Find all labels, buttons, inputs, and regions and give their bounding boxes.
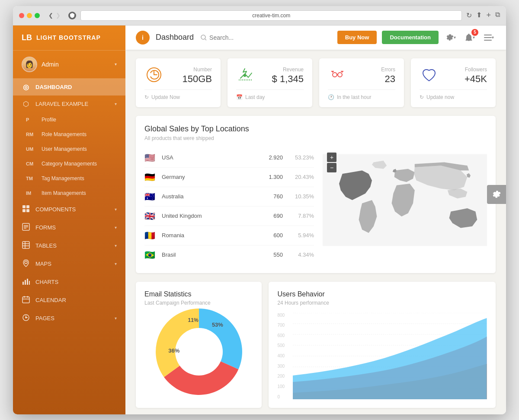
- sidebar-item-item-label: Item Managements: [42, 190, 86, 196]
- stat-card-revenue: Revenue $ 1,345 📅 Last day: [227, 58, 312, 107]
- flag-brasil: 🇧🇷: [144, 250, 157, 260]
- maximize-button[interactable]: [35, 13, 40, 18]
- table-row: 🇬🇧 United Kingdom 690 7.87%: [144, 207, 314, 226]
- sidebar-item-tag[interactable]: TM Tag Managements: [13, 171, 125, 186]
- sidebar-item-tag-label: Tag Managements: [42, 175, 84, 181]
- top-navbar: i Dashboard Buy Now Documentation ▾: [125, 25, 506, 50]
- sidebar-item-dashboard[interactable]: ◎ DASHBOARD: [13, 79, 125, 95]
- stat-card-errors: Errors 23 🕐 In the last hour: [319, 58, 404, 107]
- country-australia: Australia: [162, 193, 252, 200]
- world-map-container: + −: [323, 148, 487, 264]
- sidebar-item-user[interactable]: UM User Managements: [13, 142, 125, 156]
- svg-rect-15: [27, 279, 28, 285]
- users-behavior-title: Users Behavior: [277, 290, 487, 298]
- percent-romania: 5.94%: [288, 232, 314, 239]
- pie-chart-svg: [156, 309, 242, 395]
- table-row: 🇷🇴 Romania 600 5.94%: [144, 226, 314, 245]
- errors-label: Errors: [381, 67, 395, 73]
- minimize-button[interactable]: [27, 13, 32, 18]
- sidebar-item-components[interactable]: COMPONENTS ▾: [13, 200, 125, 219]
- windows-icon[interactable]: ⧉: [495, 11, 500, 20]
- avatar: 👩: [22, 57, 37, 72]
- tables-arrow-icon: ▾: [115, 243, 117, 248]
- components-icon: [22, 205, 30, 214]
- user-nav-icon: i: [136, 31, 150, 45]
- sales-table: 🇺🇸 USA 2.920 53.23% 🇩🇪 Germany 1.300 20.…: [144, 148, 314, 264]
- menu-dropdown-arrow: ▾: [492, 35, 494, 40]
- category-abbr: CM: [26, 161, 36, 166]
- country-germany: Germany: [162, 174, 252, 180]
- user-abbr: UM: [26, 146, 36, 152]
- global-sales-subtitle: All products that were shipped: [144, 135, 487, 141]
- percent-uk: 7.87%: [288, 213, 314, 219]
- users-behavior-card: Users Behavior 24 Hours performance 0 10…: [269, 282, 496, 408]
- forward-button[interactable]: ❯: [56, 12, 61, 19]
- buy-now-button[interactable]: Buy Now: [337, 31, 377, 44]
- search-input[interactable]: [209, 34, 287, 41]
- stat-top-followers: Followers +45K: [420, 65, 487, 86]
- maps-icon: [22, 259, 30, 269]
- zoom-in-button[interactable]: +: [327, 153, 336, 162]
- settings-nav-button[interactable]: ▾: [444, 31, 458, 45]
- pages-icon: [22, 314, 30, 323]
- percent-brasil: 4.34%: [288, 251, 314, 258]
- storage-footer: ↻ Update Now: [144, 89, 212, 100]
- notifications-button[interactable]: 5 ▾: [463, 31, 477, 45]
- errors-footer: 🕐 In the last hour: [328, 89, 395, 100]
- email-stats-title: Email Statistics: [144, 290, 253, 298]
- table-row: 🇺🇸 USA 2.920 53.23%: [144, 148, 314, 168]
- y-label-800: 800: [277, 313, 293, 318]
- sidebar-item-maps[interactable]: MAPS ▾: [13, 255, 125, 273]
- components-arrow-icon: ▾: [115, 207, 117, 212]
- new-tab-icon[interactable]: +: [486, 11, 491, 20]
- share-icon[interactable]: ⬆: [476, 11, 482, 20]
- address-bar[interactable]: creative-tim.com: [80, 10, 462, 21]
- dashboard-icon: ◎: [22, 83, 30, 91]
- sidebar-item-charts[interactable]: CHARTS: [13, 273, 125, 291]
- sidebar-item-category[interactable]: CM Category Managements: [13, 156, 125, 171]
- sidebar-logo: LB LIGHT BOOTSTRAP: [13, 25, 125, 51]
- flag-germany: 🇩🇪: [144, 172, 157, 182]
- errors-value: 23: [381, 73, 395, 85]
- sidebar-item-pages[interactable]: PAGES ▾: [13, 309, 125, 328]
- count-brasil: 550: [257, 251, 283, 258]
- sales-layout: 🇺🇸 USA 2.920 53.23% 🇩🇪 Germany 1.300 20.…: [144, 148, 487, 264]
- sidebar-user[interactable]: 👩 Admin ▾: [13, 51, 125, 79]
- menu-button[interactable]: ▾: [482, 31, 496, 45]
- sidebar-item-item[interactable]: IM Item Managements: [13, 186, 125, 200]
- flag-usa: 🇺🇸: [144, 153, 157, 163]
- sidebar-item-maps-label: MAPS: [35, 261, 51, 267]
- app-layout: LB LIGHT BOOTSTRAP 👩 Admin ▾ ◎ DASHBOARD: [13, 25, 506, 414]
- sidebar-item-forms[interactable]: FORMS ▾: [13, 219, 125, 237]
- storage-label: Number: [183, 67, 212, 73]
- content-area: Number 150GB ↻ Update Now: [125, 50, 506, 414]
- y-label-300: 300: [277, 364, 293, 369]
- errors-info: Errors 23: [381, 67, 395, 85]
- y-label-100: 100: [277, 384, 293, 389]
- documentation-button[interactable]: Documentation: [382, 31, 439, 44]
- sidebar-item-laravel[interactable]: ⬡ LARAVEL EXAMPLE ▾: [13, 95, 125, 112]
- sidebar-item-tables[interactable]: TABLES ▾: [13, 237, 125, 255]
- laravel-arrow-icon: ▾: [115, 102, 117, 106]
- stats-grid: Number 150GB ↻ Update Now: [136, 58, 496, 107]
- sidebar-item-laravel-label: LARAVEL EXAMPLE: [35, 101, 88, 107]
- hamburger-icon: [484, 35, 492, 41]
- close-button[interactable]: [19, 13, 24, 18]
- zoom-out-button[interactable]: −: [327, 163, 336, 172]
- calendar-icon: [22, 296, 30, 305]
- email-stats-subtitle: Last Campaign Performance: [144, 300, 253, 306]
- area-chart-svg: [293, 313, 487, 399]
- sidebar-item-profile[interactable]: P Profile: [13, 112, 125, 127]
- svg-rect-3: [26, 209, 29, 212]
- tag-abbr: TM: [26, 176, 36, 181]
- sidebar-item-calendar[interactable]: CALENDAR: [13, 291, 125, 309]
- back-button[interactable]: ❮: [48, 12, 53, 19]
- refresh-button[interactable]: ↻: [466, 11, 472, 19]
- sidebar-item-tables-label: TABLES: [35, 242, 57, 249]
- svg-rect-13: [22, 282, 24, 285]
- sidebar-item-user-label: User Managements: [42, 146, 87, 152]
- count-germany: 1.300: [257, 174, 283, 180]
- sidebar-item-forms-label: FORMS: [35, 224, 56, 231]
- settings-panel-button[interactable]: [487, 185, 506, 204]
- sidebar-item-role[interactable]: RM Role Managements: [13, 127, 125, 142]
